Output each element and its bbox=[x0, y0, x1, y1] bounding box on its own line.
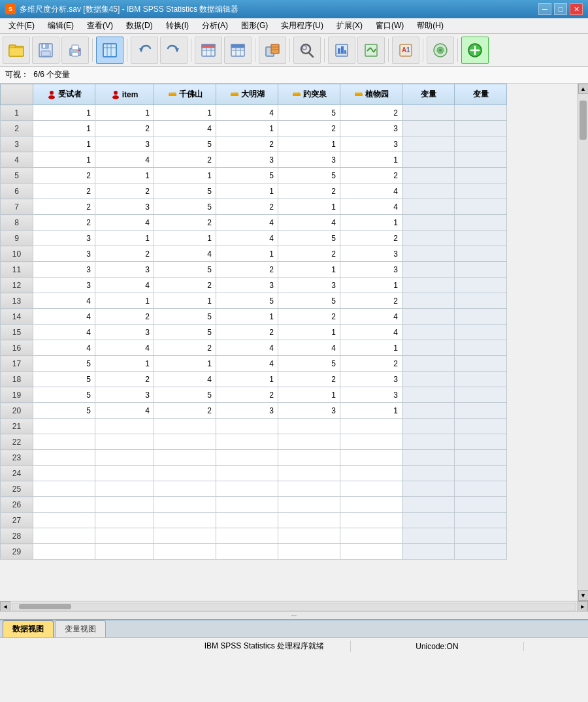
cell[interactable]: 3 bbox=[95, 199, 154, 215]
cell[interactable]: 4 bbox=[95, 152, 154, 168]
table-row[interactable]: 17511452 bbox=[1, 356, 507, 372]
cell[interactable]: 1 bbox=[95, 231, 154, 246]
cell[interactable]: 5 bbox=[278, 168, 340, 183]
cell[interactable]: 1 bbox=[340, 340, 402, 356]
empty-data-cell[interactable] bbox=[33, 434, 95, 450]
cell[interactable]: 2 bbox=[95, 372, 154, 387]
table-row[interactable]: 4142331 bbox=[1, 152, 507, 168]
empty-data-cell[interactable] bbox=[340, 544, 402, 560]
cell[interactable]: 4 bbox=[216, 340, 278, 356]
cell[interactable]: 3 bbox=[33, 262, 95, 278]
cell[interactable]: 2 bbox=[216, 136, 278, 152]
table-row[interactable]: 13411552 bbox=[1, 293, 507, 309]
cell[interactable]: 1 bbox=[278, 325, 340, 340]
cell[interactable]: 2 bbox=[154, 215, 216, 231]
empty-data-cell[interactable] bbox=[278, 513, 340, 528]
table-row[interactable]: 5211552 bbox=[1, 168, 507, 183]
empty-data-cell[interactable] bbox=[216, 513, 278, 528]
empty-data-cell[interactable] bbox=[95, 528, 154, 544]
scroll-track[interactable] bbox=[578, 94, 588, 590]
cell[interactable]: 5 bbox=[154, 183, 216, 199]
cell[interactable]: 1 bbox=[278, 387, 340, 403]
cell[interactable]: 2 bbox=[216, 199, 278, 215]
custom-button[interactable] bbox=[427, 37, 454, 64]
cell[interactable]: 2 bbox=[278, 121, 340, 136]
cell[interactable]: 2 bbox=[340, 293, 402, 309]
table-scroll[interactable]: 受试者 item bbox=[0, 84, 578, 601]
cell[interactable]: 1 bbox=[340, 403, 402, 419]
cell[interactable]: 3 bbox=[33, 278, 95, 293]
cell[interactable]: 2 bbox=[154, 340, 216, 356]
cell[interactable]: 1 bbox=[216, 121, 278, 136]
cell[interactable]: 5 bbox=[154, 387, 216, 403]
empty-data-cell[interactable] bbox=[95, 419, 154, 434]
cell[interactable]: 2 bbox=[278, 183, 340, 199]
cell[interactable]: 3 bbox=[278, 278, 340, 293]
empty-data-cell[interactable] bbox=[216, 497, 278, 513]
cell[interactable]: 1 bbox=[95, 293, 154, 309]
cell[interactable]: 3 bbox=[278, 152, 340, 168]
cell[interactable]: 5 bbox=[278, 356, 340, 372]
table-row[interactable]: 2124123 bbox=[1, 121, 507, 136]
scroll-left-button[interactable]: ◄ bbox=[0, 601, 10, 612]
cell[interactable]: 2 bbox=[33, 215, 95, 231]
table-row[interactable]: 3135213 bbox=[1, 136, 507, 152]
cell[interactable]: 2 bbox=[278, 246, 340, 262]
scroll-right-button[interactable]: ► bbox=[578, 601, 588, 612]
empty-data-cell[interactable] bbox=[95, 497, 154, 513]
cell[interactable]: 3 bbox=[95, 136, 154, 152]
cell[interactable]: 2 bbox=[33, 183, 95, 199]
empty-data-cell[interactable] bbox=[340, 466, 402, 481]
cell[interactable]: 2 bbox=[340, 168, 402, 183]
col-受试者[interactable]: 受试者 bbox=[33, 84, 95, 105]
empty-data-cell[interactable] bbox=[154, 466, 216, 481]
cell[interactable]: 2 bbox=[216, 262, 278, 278]
empty-data-cell[interactable] bbox=[33, 528, 95, 544]
pivot-button[interactable] bbox=[259, 37, 286, 64]
empty-data-cell[interactable] bbox=[33, 481, 95, 497]
cell[interactable]: 2 bbox=[340, 231, 402, 246]
empty-data-cell[interactable] bbox=[216, 544, 278, 560]
empty-data-cell[interactable] bbox=[278, 481, 340, 497]
h-scroll-thumb[interactable] bbox=[19, 604, 71, 609]
redo-button[interactable] bbox=[160, 37, 188, 64]
menu-utilities[interactable]: 实用程序(U) bbox=[275, 18, 329, 33]
value-labels-button[interactable]: A 1 bbox=[392, 37, 419, 64]
cell[interactable]: 2 bbox=[95, 183, 154, 199]
cell[interactable]: 3 bbox=[340, 387, 402, 403]
empty-data-cell[interactable] bbox=[33, 513, 95, 528]
empty-data-cell[interactable] bbox=[95, 481, 154, 497]
empty-data-cell[interactable] bbox=[278, 544, 340, 560]
empty-data-cell[interactable] bbox=[278, 434, 340, 450]
cell[interactable]: 2 bbox=[33, 168, 95, 183]
cell[interactable]: 1 bbox=[278, 199, 340, 215]
empty-data-cell[interactable] bbox=[95, 450, 154, 466]
save-button[interactable] bbox=[32, 37, 59, 64]
table-row[interactable]: 15435214 bbox=[1, 325, 507, 340]
empty-data-cell[interactable] bbox=[278, 419, 340, 434]
empty-data-cell[interactable] bbox=[340, 481, 402, 497]
cell[interactable]: 1 bbox=[278, 262, 340, 278]
cell[interactable]: 2 bbox=[154, 278, 216, 293]
cell[interactable]: 5 bbox=[33, 387, 95, 403]
cell[interactable]: 3 bbox=[216, 403, 278, 419]
table-row[interactable]: 14425124 bbox=[1, 309, 507, 325]
scroll-down-button[interactable]: ▼ bbox=[578, 590, 589, 601]
cell[interactable]: 2 bbox=[154, 152, 216, 168]
menu-data[interactable]: 数据(D) bbox=[120, 18, 159, 33]
data-editor-button[interactable] bbox=[96, 37, 123, 64]
empty-data-cell[interactable] bbox=[340, 419, 402, 434]
menu-help[interactable]: 帮助(H) bbox=[411, 18, 449, 33]
table-row[interactable]: 16442441 bbox=[1, 340, 507, 356]
cell[interactable]: 5 bbox=[154, 262, 216, 278]
cell[interactable]: 1 bbox=[33, 136, 95, 152]
cell[interactable]: 5 bbox=[278, 231, 340, 246]
minimize-button[interactable]: ─ bbox=[538, 3, 551, 15]
goto-variable-button[interactable] bbox=[195, 37, 222, 64]
table-row[interactable]: 9311452 bbox=[1, 231, 507, 246]
cell[interactable]: 4 bbox=[278, 340, 340, 356]
cell[interactable]: 4 bbox=[340, 325, 402, 340]
table-row[interactable]: 7235214 bbox=[1, 199, 507, 215]
cell[interactable]: 1 bbox=[216, 309, 278, 325]
cell[interactable]: 4 bbox=[216, 231, 278, 246]
